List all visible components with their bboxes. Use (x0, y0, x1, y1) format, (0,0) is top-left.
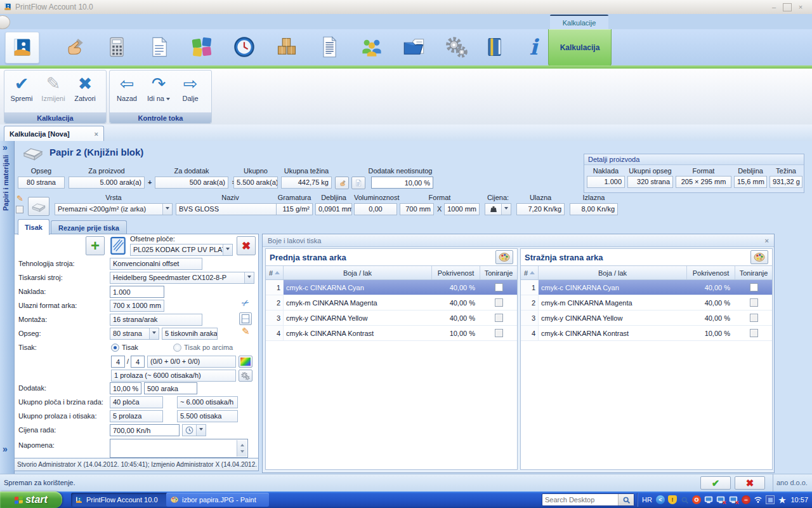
minimize-button[interactable]: – (768, 3, 780, 11)
table-row[interactable]: 3 cmyk-y CINKARNA Yellow 40,00 % (266, 311, 517, 326)
tab-kalkulacija[interactable]: Kalkulacija (548, 29, 612, 66)
back-palette-button[interactable] (750, 250, 768, 264)
opseg-dropdown[interactable]: 80 strana (110, 328, 159, 340)
toniranje-checkbox[interactable] (750, 314, 758, 322)
tab-tisak[interactable]: Tisak (18, 219, 49, 235)
scroll-up-icon[interactable] (240, 442, 244, 446)
dodatak-araka-input[interactable] (144, 382, 197, 394)
collapse-chevron-icon[interactable]: < (656, 495, 665, 504)
favorites-star-icon[interactable]: ★ (778, 495, 787, 504)
add-plate-button[interactable]: + (86, 236, 105, 255)
napomena-scroll[interactable] (237, 440, 247, 457)
documents-folder-icon[interactable] (398, 32, 431, 62)
reject-button[interactable]: ✖ (735, 476, 765, 490)
toniranje-checkbox[interactable] (750, 298, 758, 307)
pencil-edit-icon[interactable]: ✎ (242, 326, 250, 337)
hand-edit-icon[interactable] (57, 32, 90, 62)
chevron-expand-bottom-icon[interactable]: » (3, 444, 8, 453)
table-row[interactable]: 2 cmyk-m CINKARNA Magenta 40,00 % (521, 295, 772, 311)
weight-calc-button[interactable] (335, 177, 349, 189)
warehouse-boxes-icon[interactable] (270, 32, 303, 62)
navigator-book-icon[interactable] (5, 32, 39, 64)
confirm-button[interactable]: ✔ (700, 476, 731, 490)
taskbar-item-printflow[interactable]: PrintFlow Account 10.0 (71, 493, 171, 507)
table-row[interactable]: 1 cmyk-c CINKARNA Cyan 40,00 % (266, 280, 517, 295)
search-input[interactable] (542, 496, 618, 504)
naklada-input[interactable] (110, 286, 164, 298)
tab-close-icon[interactable]: × (95, 130, 98, 138)
save-button[interactable]: ✔ Spremi (6, 72, 37, 112)
toniranje-checkbox[interactable] (495, 298, 503, 307)
tab-rezanje-prije-tiska[interactable]: Rezanje prije tiska (51, 220, 127, 235)
cijena-unit-dropdown[interactable] (485, 203, 511, 215)
boje-straznja-input[interactable] (131, 356, 145, 368)
display-icon[interactable] (704, 495, 713, 504)
back-button[interactable]: ⇦ Nazad (111, 72, 143, 112)
toniranje-checkbox[interactable] (495, 314, 503, 322)
paper-select-button[interactable] (28, 197, 49, 216)
table-row[interactable]: 3 cmyk-y CINKARNA Yellow 40,00 % (521, 311, 772, 326)
search-desktop-box[interactable] (542, 493, 634, 506)
users-icon[interactable] (355, 32, 388, 62)
front-palette-button[interactable] (495, 250, 513, 264)
table-row[interactable]: 1 cmyk-c CINKARNA Cyan 40,00 % (521, 280, 772, 295)
opera-icon[interactable]: O (692, 495, 701, 504)
vrsta-dropdown[interactable]: Premazni <200g/m² (iz arka) (55, 203, 173, 215)
catalog-book-icon[interactable] (478, 32, 511, 62)
info-icon[interactable]: i (517, 32, 550, 62)
wireless-icon[interactable] (754, 495, 763, 504)
boje-prednja-input[interactable] (111, 356, 125, 368)
scissors-icon[interactable]: ✂ (240, 297, 251, 309)
network-offline-icon[interactable]: × (716, 495, 725, 504)
cijena-rada-unit-dropdown[interactable] (182, 424, 206, 436)
edit-pencil-icon[interactable]: ✎ (16, 194, 23, 203)
close-calculation-button[interactable]: ✖ Zatvori (69, 72, 101, 112)
context-tab-kalkulacije[interactable]: Kalkulacije (550, 15, 608, 30)
magnifier-tray-icon[interactable] (680, 495, 689, 504)
radio-tisak[interactable] (111, 344, 119, 352)
chevron-expand-icon[interactable]: » (3, 143, 8, 152)
remote-desktop-icon[interactable] (766, 495, 775, 504)
machine-gears-button[interactable] (239, 370, 252, 382)
table-row[interactable]: 4 cmyk-k CINKARNA Kontrast 10,00 % (521, 326, 772, 341)
network-offline-2-icon[interactable]: × (729, 495, 738, 504)
maximize-button[interactable] (783, 3, 792, 11)
sheet-options-button[interactable] (351, 177, 365, 189)
start-button[interactable]: start (0, 491, 62, 508)
toniranje-checkbox[interactable] (495, 329, 503, 337)
close-button[interactable]: × (794, 3, 807, 11)
tiskarski-stroj-dropdown[interactable]: Heidelberg Speedmaster CX102-8-P (110, 272, 254, 284)
montaza-layout-button[interactable] (239, 312, 252, 325)
search-button[interactable] (618, 494, 634, 505)
toniranje-checkbox[interactable] (750, 329, 758, 337)
dodatak-postotak-input[interactable] (110, 382, 141, 394)
ofsetne-ploce-dropdown[interactable]: PL025 KODAK CTP UV PLAT... (130, 244, 233, 256)
settings-gears-icon[interactable] (440, 32, 473, 62)
clock-icon[interactable] (228, 32, 261, 62)
taskbar-item-paint[interactable]: izbor papira.JPG - Paint (166, 493, 269, 507)
cijena-rada-input[interactable] (110, 424, 180, 436)
napomena-textarea[interactable] (110, 439, 248, 458)
application-orb[interactable] (0, 15, 10, 29)
calculator-icon[interactable] (100, 32, 133, 62)
puzzle-icon[interactable] (185, 32, 218, 62)
security-shield-icon[interactable]: ! (668, 495, 677, 504)
scroll-down-icon[interactable] (240, 450, 244, 455)
delete-plate-button[interactable]: ✖ (237, 236, 256, 255)
papiri-materijali-sidebar[interactable]: » Papiri i materijali » (0, 141, 15, 474)
radio-tisak-po-arcima[interactable] (173, 344, 181, 352)
report-document-icon[interactable] (313, 32, 346, 62)
goto-button[interactable]: ↷ Idi na (143, 72, 174, 112)
document-tab-kalkulacija-nova[interactable]: Kalkulacija [Nova] × (4, 126, 104, 142)
panel-close-icon[interactable]: × (765, 237, 769, 244)
toniranje-checkbox[interactable] (495, 283, 503, 291)
color-picker-button[interactable] (239, 356, 252, 368)
toniranje-checkbox[interactable] (750, 283, 758, 291)
document-icon[interactable] (143, 32, 176, 62)
language-indicator[interactable]: HR (642, 496, 652, 504)
table-row[interactable]: 2 cmyk-m CINKARNA Magenta 40,00 % (266, 295, 517, 311)
dodatak-neotisnutog-input[interactable] (371, 177, 433, 189)
material-checkbox[interactable] (16, 206, 23, 213)
blocked-icon[interactable]: ‒ (742, 495, 750, 504)
next-button[interactable]: ⇨ Dalje (174, 72, 206, 112)
